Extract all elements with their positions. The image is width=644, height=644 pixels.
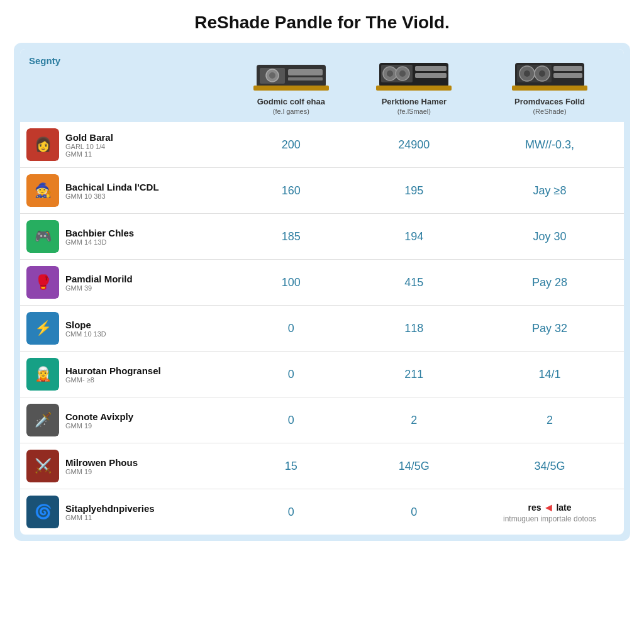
game-sub1: GMM 19 bbox=[65, 422, 133, 430]
gpu3-icon bbox=[512, 55, 587, 93]
game-thumbnail: 🧙 bbox=[26, 174, 59, 207]
col3-value: 194 bbox=[353, 214, 476, 260]
col1-header: Segnty bbox=[20, 49, 230, 122]
table-row: 🧝 Haurotan Phogransel GMM- ≥8 021114/1 bbox=[20, 352, 624, 397]
table-row: 🥊 Pamdial Morild GMM 39 100415Pay 28 bbox=[20, 260, 624, 306]
col4-header: Promdvaces Folld (ReShade) bbox=[475, 49, 624, 122]
game-sub2: GMM 11 bbox=[65, 150, 113, 158]
col3-value: 14/5G bbox=[353, 443, 476, 489]
col2-value: 200 bbox=[230, 122, 353, 168]
game-info: Gold Baral GARL 10 1/4 GMM 11 bbox=[65, 132, 113, 158]
game-thumbnail-img: ⚔️ bbox=[26, 450, 59, 482]
svg-rect-13 bbox=[415, 66, 447, 71]
col3-header: Perktione Hamer (fe.lSmael) bbox=[353, 49, 476, 122]
game-name: Milrowen Phous bbox=[65, 457, 138, 468]
col3-value: 195 bbox=[353, 168, 476, 214]
game-thumbnail-img: 🧝 bbox=[26, 358, 59, 391]
game-cell: 🧙 Bachical Linda l'CDL GMM 10 383 bbox=[20, 168, 230, 214]
game-thumbnail: 🥊 bbox=[26, 266, 59, 299]
game-name: Bachbier Chles bbox=[65, 228, 134, 238]
game-thumbnail-img: 🎮 bbox=[26, 220, 59, 253]
table-row: 🎮 Bachbier Chles GMM 14 13D 185194Joy 30 bbox=[20, 214, 624, 260]
table-row: 🗡️ Conote Avixply GMM 19 022 bbox=[20, 397, 624, 443]
svg-rect-6 bbox=[253, 86, 329, 91]
game-thumbnail-img: 🗡️ bbox=[26, 404, 59, 436]
game-info: Bachical Linda l'CDL GMM 10 383 bbox=[65, 182, 159, 200]
game-info: Pamdial Morild GMM 39 bbox=[65, 274, 133, 292]
col4-value: MW//-0.3, bbox=[475, 122, 624, 168]
col3-value: 2 bbox=[353, 397, 476, 443]
game-cell: 👩 Gold Baral GARL 10 1/4 GMM 11 bbox=[20, 122, 230, 168]
col3-value: 0 bbox=[353, 489, 476, 535]
col4-value: Jay ≥8 bbox=[475, 168, 624, 214]
game-name: Sitaplyehdnpiveries bbox=[65, 503, 155, 514]
game-cell: 🥊 Pamdial Morild GMM 39 bbox=[20, 260, 230, 306]
svg-rect-5 bbox=[288, 77, 323, 80]
game-name: Conote Avixply bbox=[65, 411, 133, 422]
col2-header: Godmic colf ehaa (fe.l games) bbox=[230, 49, 353, 122]
game-thumbnail: 🧝 bbox=[26, 358, 59, 391]
col4-value: Pay 32 bbox=[475, 306, 624, 352]
table-row: ⚡ Slope CMM 10 13D 0118Pay 32 bbox=[20, 306, 624, 352]
brand-tagline: intmuguen importale dotoos bbox=[503, 514, 596, 523]
col4-value: 14/1 bbox=[475, 352, 624, 397]
game-sub1: GMM 11 bbox=[65, 514, 155, 521]
svg-rect-4 bbox=[288, 69, 323, 75]
brand-logo: res◄late bbox=[528, 501, 572, 514]
game-sub1: GMM 10 383 bbox=[65, 192, 159, 200]
game-thumbnail: 🌀 bbox=[26, 496, 59, 528]
game-name: Bachical Linda l'CDL bbox=[65, 182, 159, 192]
col4-value: res◄late intmuguen importale dotoos bbox=[475, 489, 624, 535]
col3-value: 24900 bbox=[353, 122, 476, 168]
col3-value: 211 bbox=[353, 352, 476, 397]
game-sub1: GARL 10 1/4 bbox=[65, 143, 113, 150]
game-info: Bachbier Chles GMM 14 13D bbox=[65, 228, 134, 246]
table-header-row: Segnty Godmic colf ehaa (fe.l games) bbox=[20, 49, 624, 122]
gpu2-icon bbox=[376, 55, 452, 93]
svg-point-12 bbox=[399, 70, 406, 77]
col2-value: 0 bbox=[230, 397, 353, 443]
game-thumbnail: 🗡️ bbox=[26, 404, 59, 436]
game-thumbnail: ⚡ bbox=[26, 312, 59, 345]
game-sub1: CMM 10 13D bbox=[65, 330, 106, 338]
col2-value: 0 bbox=[230, 352, 353, 397]
gpu1-icon bbox=[253, 55, 329, 93]
game-name: Gold Baral bbox=[65, 132, 113, 143]
game-sub1: GMM 19 bbox=[65, 468, 138, 475]
game-sub1: GMM- ≥8 bbox=[65, 376, 161, 384]
col2-value: 185 bbox=[230, 214, 353, 260]
game-thumbnail-img: 🌀 bbox=[26, 496, 59, 528]
col2-value: 100 bbox=[230, 260, 353, 306]
game-name: Haurotan Phogransel bbox=[65, 365, 161, 376]
game-thumbnail-img: 🧙 bbox=[26, 174, 59, 207]
game-cell: 🎮 Bachbier Chles GMM 14 13D bbox=[20, 214, 230, 260]
game-info: Slope CMM 10 13D bbox=[65, 319, 106, 338]
svg-rect-24 bbox=[512, 86, 587, 91]
col2-value: 0 bbox=[230, 489, 353, 535]
table-row: 🌀 Sitaplyehdnpiveries GMM 11 00 res◄late… bbox=[20, 489, 624, 535]
game-cell: ⚔️ Milrowen Phous GMM 19 bbox=[20, 443, 230, 489]
table-row: ⚔️ Milrowen Phous GMM 19 1514/5G34/5G bbox=[20, 443, 624, 489]
game-cell: 🧝 Haurotan Phogransel GMM- ≥8 bbox=[20, 352, 230, 397]
game-name: Slope bbox=[65, 319, 106, 330]
svg-point-21 bbox=[539, 70, 545, 77]
game-info: Conote Avixply GMM 19 bbox=[65, 411, 133, 430]
game-cell: ⚡ Slope CMM 10 13D bbox=[20, 306, 230, 352]
col2-value: 0 bbox=[230, 306, 353, 352]
svg-rect-15 bbox=[376, 86, 452, 91]
svg-point-3 bbox=[269, 72, 275, 79]
svg-point-19 bbox=[524, 70, 530, 77]
page-title: ReShade Pandle for The Viold. bbox=[194, 13, 450, 33]
game-thumbnail-img: 👩 bbox=[26, 128, 59, 161]
col4-value: Joy 30 bbox=[475, 214, 624, 260]
svg-rect-23 bbox=[553, 73, 582, 78]
game-cell: 🗡️ Conote Avixply GMM 19 bbox=[20, 397, 230, 443]
game-sub1: GMM 39 bbox=[65, 284, 133, 292]
svg-rect-14 bbox=[415, 73, 447, 78]
game-thumbnail: 👩 bbox=[26, 128, 59, 161]
col3-value: 118 bbox=[353, 306, 476, 352]
game-thumbnail: 🎮 bbox=[26, 220, 59, 253]
game-info: Milrowen Phous GMM 19 bbox=[65, 457, 138, 475]
col2-value: 15 bbox=[230, 443, 353, 489]
game-info: Sitaplyehdnpiveries GMM 11 bbox=[65, 503, 155, 521]
